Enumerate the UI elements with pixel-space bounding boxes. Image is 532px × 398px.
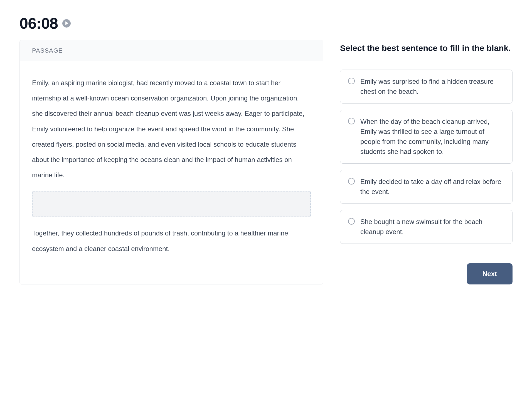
- play-button[interactable]: [62, 19, 71, 28]
- timer-row: 06:08: [19, 14, 513, 32]
- content-grid: PASSAGE Emily, an aspiring marine biolog…: [19, 40, 513, 284]
- radio-icon: [348, 78, 355, 84]
- fill-blank-slot[interactable]: [32, 191, 311, 217]
- option-4[interactable]: She bought a new swimsuit for the beach …: [340, 210, 513, 244]
- option-text: When the day of the beach cleanup arrive…: [360, 117, 504, 157]
- option-1[interactable]: Emily was surprised to find a hidden tre…: [340, 70, 513, 104]
- question-prompt: Select the best sentence to fill in the …: [340, 42, 513, 54]
- options-list: Emily was surprised to find a hidden tre…: [340, 70, 513, 244]
- option-text: Emily was surprised to find a hidden tre…: [360, 77, 504, 97]
- timer-value: 06:08: [19, 14, 58, 32]
- radio-icon: [348, 118, 355, 124]
- passage-body: Emily, an aspiring marine biologist, had…: [20, 61, 323, 284]
- radio-icon: [348, 178, 355, 185]
- play-icon: [65, 21, 69, 25]
- passage-paragraph-1: Emily, an aspiring marine biologist, had…: [32, 75, 311, 183]
- passage-card: PASSAGE Emily, an aspiring marine biolog…: [19, 40, 323, 284]
- option-text: Emily decided to take a day off and rela…: [360, 177, 504, 197]
- page-wrapper: 06:08 PASSAGE Emily, an aspiring marine …: [0, 0, 532, 298]
- question-column: Select the best sentence to fill in the …: [340, 40, 513, 284]
- passage-paragraph-2: Together, they collected hundreds of pou…: [32, 225, 311, 256]
- radio-icon: [348, 218, 355, 225]
- option-text: She bought a new swimsuit for the beach …: [360, 217, 504, 237]
- option-3[interactable]: Emily decided to take a day off and rela…: [340, 170, 513, 204]
- option-2[interactable]: When the day of the beach cleanup arrive…: [340, 110, 513, 164]
- next-button[interactable]: Next: [467, 263, 513, 284]
- next-row: Next: [340, 263, 513, 284]
- passage-header: PASSAGE: [20, 40, 323, 61]
